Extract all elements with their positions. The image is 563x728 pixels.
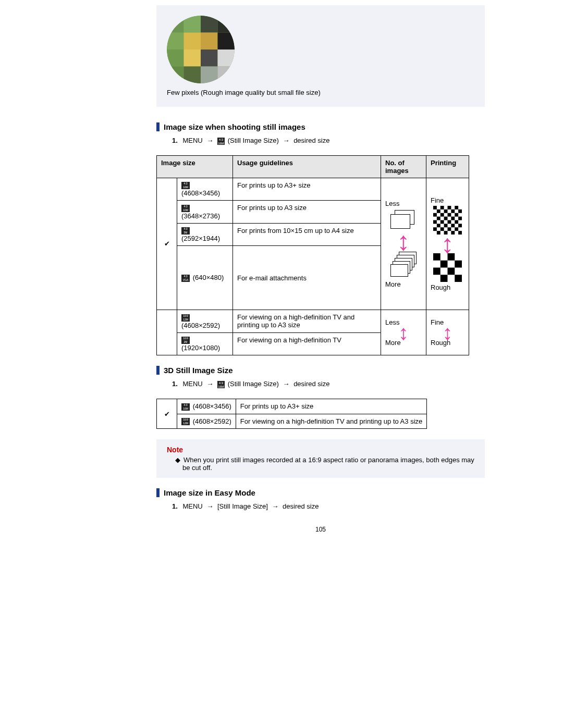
svg-rect-41 bbox=[451, 224, 455, 227]
svg-rect-6 bbox=[167, 33, 184, 50]
pixelated-circle-icon bbox=[167, 16, 235, 83]
rough-label: Rough bbox=[431, 283, 464, 291]
updown-arrow-icon: ↕ bbox=[385, 326, 422, 339]
svg-rect-11 bbox=[184, 50, 201, 67]
page-number: 105 bbox=[156, 526, 485, 533]
arrow-icon: → bbox=[283, 137, 290, 144]
size-cell: 16:92M (1920×1080) bbox=[177, 332, 233, 355]
note-box: Note ◆When you print still images record… bbox=[156, 439, 485, 478]
printing-indicator: Fine ↕ bbox=[426, 178, 469, 310]
svg-rect-17 bbox=[218, 67, 235, 84]
svg-rect-9 bbox=[218, 33, 235, 50]
resolution: (2592×1944) bbox=[181, 235, 220, 242]
size-cell: 4:316M (4608×3456) bbox=[177, 178, 233, 201]
still-image-size-label: (Still Image Size) bbox=[228, 380, 279, 388]
svg-rect-36 bbox=[440, 220, 444, 224]
step-number: 1. bbox=[172, 137, 178, 144]
checkmark-icon: ✔ bbox=[157, 178, 177, 310]
usage-cell: For e-mail attachments bbox=[233, 246, 381, 310]
desired-size-label: desired size bbox=[283, 502, 319, 510]
svg-rect-57 bbox=[448, 267, 455, 275]
svg-rect-42 bbox=[458, 224, 462, 227]
svg-rect-14 bbox=[167, 67, 184, 84]
svg-rect-24 bbox=[444, 209, 448, 213]
more-label: More bbox=[385, 280, 422, 288]
arrow-icon: → bbox=[283, 380, 290, 388]
usage-cell: For viewing on a high-definition TV bbox=[233, 332, 381, 355]
svg-rect-47 bbox=[437, 231, 440, 235]
pixelated-sample-image bbox=[167, 16, 235, 83]
step-number: 1. bbox=[172, 380, 178, 388]
svg-rect-50 bbox=[458, 231, 462, 235]
heading-easy-mode: Image size in Easy Mode bbox=[156, 488, 485, 497]
svg-rect-35 bbox=[433, 220, 437, 224]
table-row: ✔ 4:316M (4608×3456) For prints up to A3… bbox=[157, 399, 427, 414]
usage-cell: For viewing on a high-definition TV and … bbox=[233, 310, 381, 333]
usage-cell: For prints up to A3+ size bbox=[236, 399, 427, 414]
svg-rect-34 bbox=[458, 217, 462, 220]
th-image-size: Image size bbox=[157, 155, 233, 178]
checkmark-icon: ✔ bbox=[157, 399, 177, 428]
svg-rect-21 bbox=[448, 206, 451, 209]
svg-rect-25 bbox=[451, 209, 455, 213]
usage-cell: For prints from 10×15 cm up to A4 size bbox=[233, 223, 381, 246]
svg-rect-40 bbox=[444, 224, 448, 227]
svg-rect-7 bbox=[184, 33, 201, 50]
still-image-size-label: [Still Image Size] bbox=[217, 502, 268, 510]
heading-image-size-shooting: Image size when shooting still images bbox=[156, 122, 485, 131]
still-image-size-label: (Still Image Size) bbox=[228, 137, 279, 144]
th-usage: Usage guidelines bbox=[233, 155, 381, 178]
ratio-icon: 4:35M bbox=[181, 227, 190, 235]
svg-rect-38 bbox=[455, 220, 458, 224]
resolution: (3648×2736) bbox=[181, 212, 220, 220]
table-row: ✔ 4:316M (4608×3456) For prints up to A3… bbox=[157, 178, 469, 201]
svg-rect-16 bbox=[201, 67, 218, 84]
svg-rect-43 bbox=[433, 227, 437, 231]
size-cell: 16:912M (4608×2592) bbox=[177, 414, 236, 429]
usage-cell: For prints up to A3+ size bbox=[233, 178, 381, 201]
fine-label: Fine bbox=[431, 196, 464, 204]
quality-example-box: Few pixels (Rough image quality but smal… bbox=[156, 5, 485, 107]
still-image-size-icon: 4:316M bbox=[217, 138, 225, 145]
note-text: When you print still images recorded at … bbox=[182, 456, 474, 472]
instruction-2: 1. MENU → 4:316M (Still Image Size) → de… bbox=[156, 380, 485, 388]
size-cell: 4:310M (3648×2736) bbox=[177, 201, 233, 224]
instruction-3: 1. MENU → [Still Image Size] → desired s… bbox=[156, 502, 485, 510]
size-cell: 4:35M (2592×1944) bbox=[177, 223, 233, 246]
still-image-size-icon: 4:316M bbox=[217, 381, 225, 388]
svg-rect-54 bbox=[440, 261, 448, 268]
ratio-icon: 16:92M bbox=[181, 337, 190, 344]
svg-rect-39 bbox=[437, 224, 440, 227]
ratio-icon: 16:912M bbox=[181, 418, 190, 425]
svg-rect-56 bbox=[433, 267, 440, 275]
svg-rect-22 bbox=[455, 206, 458, 209]
svg-rect-8 bbox=[201, 33, 218, 50]
svg-rect-32 bbox=[444, 217, 448, 220]
usage-cell: For viewing on a high-definition TV and … bbox=[236, 414, 427, 429]
table-row: 16:912M (4608×2592) For viewing on a hig… bbox=[157, 310, 469, 333]
size-cell: 4:316M (4608×3456) bbox=[177, 399, 236, 414]
svg-rect-23 bbox=[437, 209, 440, 213]
pixelated-caption: Few pixels (Rough image quality but smal… bbox=[167, 89, 474, 96]
ratio-icon: 4:310M bbox=[181, 205, 190, 212]
image-size-table: Image size Usage guidelines No. of image… bbox=[156, 155, 469, 356]
svg-rect-58 bbox=[440, 275, 448, 282]
usage-cell: For prints up to A3 size bbox=[233, 201, 381, 224]
svg-rect-4 bbox=[201, 16, 218, 33]
size-cell: 16:912M (4608×2592) bbox=[177, 310, 233, 333]
svg-rect-20 bbox=[440, 206, 444, 209]
menu-label: MENU bbox=[182, 502, 202, 510]
desired-size-label: desired size bbox=[293, 137, 329, 144]
updown-arrow-icon: ↕ bbox=[385, 233, 422, 249]
svg-rect-33 bbox=[451, 217, 455, 220]
th-no-images: No. of images bbox=[381, 155, 426, 178]
desired-size-label: desired size bbox=[293, 380, 329, 388]
svg-rect-2 bbox=[167, 16, 184, 33]
no-images-indicator: Less ↕ More bbox=[381, 178, 426, 310]
svg-rect-10 bbox=[167, 50, 184, 67]
note-title: Note bbox=[167, 446, 474, 454]
svg-rect-3 bbox=[184, 16, 201, 33]
resolution: (4608×2592) bbox=[181, 322, 220, 329]
ratio-icon: 4:3VGA bbox=[181, 275, 190, 282]
updown-arrow-icon: ↕ bbox=[431, 326, 464, 339]
